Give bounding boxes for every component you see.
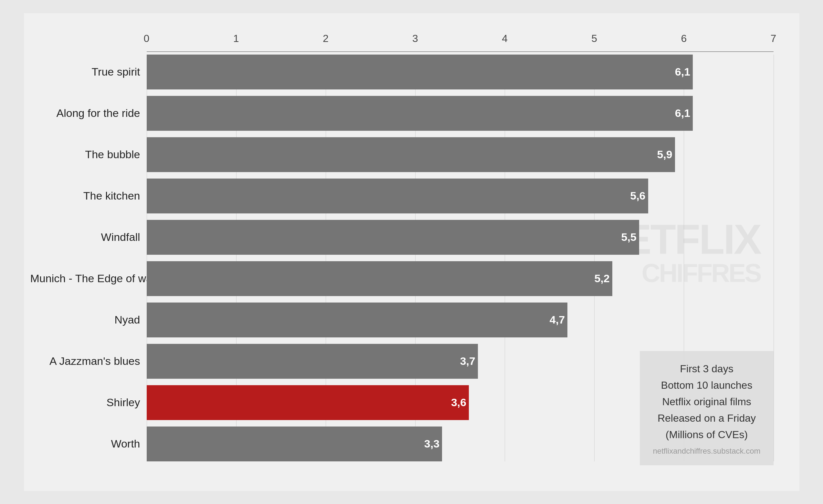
bar-label: The bubble [30,148,140,161]
bar-fill: 6,1 [147,54,693,89]
bar-row: Nyad4,7 [147,302,774,337]
bar-label: Along for the ride [30,107,140,119]
chart-container: NETFLIX CHIFFRES 01234567 True spirit6,1… [24,13,799,491]
bar-label: A Jazzman's blues [30,355,140,367]
bar-label: Shirley [30,396,140,409]
legend-line: (Millions of CVEs) [653,427,760,443]
bar-value-label: 6,1 [675,65,690,78]
axis-label-4: 4 [502,33,508,44]
axis-label-7: 7 [771,33,777,44]
legend-line: Released on a Friday [653,410,760,427]
legend-box: First 3 daysBottom 10 launchesNetflix or… [640,351,773,465]
bar-row: Along for the ride6,1 [147,96,774,131]
bar-label: True spirit [30,65,140,78]
bar-value-label: 5,5 [621,231,637,243]
bar-row: The bubble5,9 [147,137,774,172]
axis-label-3: 3 [412,33,418,44]
bar-fill: 5,6 [147,179,648,213]
bar-value-label: 5,6 [630,190,645,202]
bar-value-label: 3,7 [460,355,475,367]
bar-value-label: 5,9 [657,148,672,161]
legend-line: Bottom 10 launches [653,377,760,394]
bar-fill: 5,5 [147,220,639,255]
bar-row: Windfall5,5 [147,220,774,255]
axis-label-1: 1 [233,33,239,44]
legend-text: First 3 daysBottom 10 launchesNetflix or… [653,361,760,443]
bar-row: True spirit6,1 [147,54,774,89]
bar-label: Worth [30,438,140,450]
bar-row: Munich - The Edge of war5,2 [147,261,774,296]
bar-value-label: 4,7 [550,313,565,326]
legend-source: netflixandchiffres.substack.com [653,447,760,456]
bar-label: Munich - The Edge of war [30,272,140,285]
grid-line-7 [774,54,774,461]
bar-fill: 3,3 [147,427,442,461]
axis-area: 01234567 [147,33,774,52]
bar-value-label: 3,6 [451,396,466,409]
axis-label-5: 5 [591,33,597,44]
axis-label-0: 0 [144,33,150,44]
bar-fill: 6,1 [147,96,693,131]
legend-line: Netflix original films [653,394,760,410]
bar-fill: 3,6 [147,385,469,420]
bar-label: Nyad [30,313,140,326]
bar-value-label: 5,2 [594,272,610,285]
bar-fill: 5,2 [147,261,612,296]
bar-row: The kitchen5,6 [147,179,774,213]
axis-label-2: 2 [323,33,329,44]
legend-line: First 3 days [653,361,760,377]
bar-fill: 5,9 [147,137,675,172]
bar-value-label: 6,1 [675,107,690,119]
bar-label: Windfall [30,231,140,243]
bar-label: The kitchen [30,190,140,202]
bar-fill: 4,7 [147,302,568,337]
axis-label-6: 6 [681,33,687,44]
bar-value-label: 3,3 [424,438,440,450]
bar-fill: 3,7 [147,344,478,379]
